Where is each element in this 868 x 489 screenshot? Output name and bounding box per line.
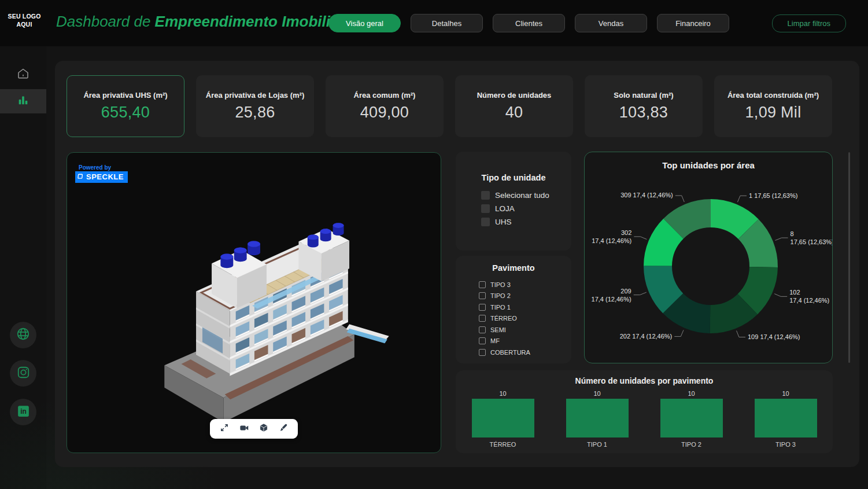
kpi-card-solo-natural[interactable]: Solo natural (m²) 103,83 bbox=[585, 75, 703, 137]
checkbox-icon bbox=[481, 218, 490, 226]
home-icon bbox=[16, 67, 30, 83]
speckle-badge[interactable]: Powered by SPECKLE bbox=[75, 164, 128, 183]
checkbox-tipo-2[interactable]: TIPO 2 bbox=[456, 291, 571, 302]
checkbox-uhs[interactable]: UHS bbox=[456, 215, 571, 229]
checkbox-icon bbox=[481, 204, 490, 213]
kpi-card-area-privativa-lojas[interactable]: Área privativa de Lojas (m²) 25,86 bbox=[196, 75, 314, 137]
water-tank-top bbox=[320, 229, 331, 234]
viewer-toolbar bbox=[210, 419, 298, 439]
chart-scrollbar[interactable] bbox=[848, 152, 850, 363]
tab-vendas[interactable]: Vendas bbox=[575, 14, 647, 32]
bar-category-label: TIPO 3 bbox=[775, 441, 796, 448]
donut-label-leader bbox=[675, 196, 685, 202]
donut-label-leader bbox=[674, 330, 684, 336]
dashboard-panel: Área privativa UHS (m²) 655,40 Área priv… bbox=[55, 61, 859, 467]
donut-label-leader bbox=[775, 238, 788, 240]
checkbox-icon bbox=[479, 326, 486, 333]
kpi-card-area-privativa-uhs[interactable]: Área privativa UHS (m²) 655,40 bbox=[67, 75, 184, 137]
checkbox-icon bbox=[479, 304, 486, 311]
checkbox-tipo-1[interactable]: TIPO 1 bbox=[456, 302, 571, 313]
bar-value-label: 10 bbox=[593, 390, 600, 397]
kpi-value: 40 bbox=[505, 104, 523, 122]
checkbox-loja[interactable]: LOJA bbox=[456, 202, 571, 215]
kpi-value: 103,83 bbox=[619, 104, 668, 122]
checkbox-mf[interactable]: MF bbox=[456, 336, 571, 347]
filter-title: Pavimento bbox=[456, 256, 571, 273]
tab-detalhes[interactable]: Detalhes bbox=[411, 14, 483, 32]
tab-visao-geral[interactable]: Visão geral bbox=[328, 14, 401, 32]
water-tank-top bbox=[248, 241, 260, 247]
checkbox-tipo-3[interactable]: TIPO 3 bbox=[456, 279, 571, 291]
donut-label-leader bbox=[774, 294, 787, 297]
camera-button[interactable] bbox=[238, 422, 250, 435]
checkbox-terreo[interactable]: TÉRREO bbox=[456, 313, 571, 325]
views-button[interactable] bbox=[257, 422, 270, 435]
bar-column-térreo: 10TÉRREO bbox=[456, 389, 550, 448]
checkbox-icon bbox=[479, 281, 486, 288]
page-title: Dashboard de Empreendimento Imobiliário bbox=[56, 13, 358, 31]
donut-label-8: 817,65 (12,63%) bbox=[791, 230, 832, 245]
powered-by-label: Powered by bbox=[79, 164, 128, 171]
bar-chart: 10TÉRREO10TIPO 110TIPO 210TIPO 3 bbox=[456, 389, 833, 448]
checkbox-label: TIPO 1 bbox=[490, 304, 511, 311]
kpi-label: Área privativa UHS (m²) bbox=[83, 91, 167, 100]
kpi-label: Número de unidades bbox=[477, 91, 552, 100]
bar-tipo-2[interactable] bbox=[660, 399, 723, 437]
kpi-label: Área total construída (m²) bbox=[727, 91, 819, 100]
bar-column-tipo-2: 10TIPO 2 bbox=[644, 389, 738, 448]
water-tank-top bbox=[234, 247, 247, 253]
linkedin-icon: in bbox=[16, 404, 31, 421]
checkbox-label: Selecionar tudo bbox=[495, 191, 549, 200]
checkbox-label: MF bbox=[490, 337, 500, 344]
donut-label-209: 20917,4 (12,46%) bbox=[592, 288, 631, 303]
kpi-card-area-total-construida[interactable]: Área total construída (m²) 1,09 Mil bbox=[714, 75, 832, 137]
checkbox-icon bbox=[481, 191, 490, 200]
top-bar: SEU LOGO AQUI Dashboard de Empreendiment… bbox=[0, 0, 868, 46]
instagram-icon bbox=[16, 365, 31, 382]
donut-label-leader bbox=[634, 292, 647, 295]
fullscreen-button[interactable] bbox=[218, 422, 231, 435]
appearance-button[interactable] bbox=[277, 422, 290, 435]
clear-filters-button[interactable]: Limpar filtros bbox=[772, 14, 846, 32]
kpi-card-area-comum[interactable]: Área comum (m²) 409,00 bbox=[326, 75, 444, 137]
kpi-label: Área privativa de Lojas (m²) bbox=[206, 91, 305, 100]
checkbox-label: LOJA bbox=[495, 204, 515, 213]
kpi-card-numero-unidades[interactable]: Número de unidades 40 bbox=[455, 75, 573, 137]
building-3d-model bbox=[67, 153, 441, 453]
filter-panel-pavimento: Pavimento TIPO 3 TIPO 2 TIPO 1 TÉRREO SE… bbox=[456, 256, 571, 363]
nav-tabs: Visão geral Detalhes Clientes Vendas Fin… bbox=[328, 14, 729, 32]
speckle-3d-viewer[interactable]: Powered by SPECKLE bbox=[67, 152, 441, 453]
tab-clientes[interactable]: Clientes bbox=[493, 14, 565, 32]
donut-label-202: 202 17,4 (12,46%) bbox=[620, 333, 673, 340]
page-title-prefix: Dashboard de bbox=[56, 13, 150, 30]
bar-tipo-3[interactable] bbox=[755, 399, 817, 437]
checkbox-icon bbox=[479, 292, 486, 299]
water-tank-top bbox=[308, 235, 319, 240]
bar-category-label: TIPO 1 bbox=[587, 441, 607, 448]
donut-label-leader bbox=[737, 330, 745, 337]
donut-label-309: 309 17,4 (12,46%) bbox=[620, 192, 673, 198]
sidebar-item-website[interactable] bbox=[10, 322, 36, 348]
checkbox-selecionar-tudo[interactable]: Selecionar tudo bbox=[456, 189, 571, 202]
video-camera-icon bbox=[239, 422, 250, 436]
kpi-value: 1,09 Mil bbox=[745, 104, 801, 122]
sidebar-item-dashboard[interactable] bbox=[0, 89, 46, 113]
checkbox-cobertura[interactable]: COBERTURA bbox=[456, 347, 571, 358]
checkbox-icon bbox=[479, 315, 486, 322]
bar-column-tipo-1: 10TIPO 1 bbox=[550, 389, 644, 448]
bar-value-label: 10 bbox=[688, 390, 695, 397]
brush-icon bbox=[278, 422, 289, 435]
page-title-main: Empreendimento Imobiliário bbox=[155, 13, 358, 30]
kpi-value: 655,40 bbox=[101, 104, 150, 122]
checkbox-semi[interactable]: SEMI bbox=[456, 324, 571, 336]
tab-financeiro[interactable]: Financeiro bbox=[657, 14, 729, 32]
sidebar-item-linkedin[interactable]: in bbox=[10, 399, 36, 425]
donut-label-1: 1 17,65 (12,63%) bbox=[749, 192, 797, 199]
bar-térreo[interactable] bbox=[472, 399, 534, 437]
sidebar-item-instagram[interactable] bbox=[10, 360, 36, 387]
sidebar-item-home[interactable] bbox=[0, 62, 46, 87]
donut-label-102: 10217,4 (12,46%) bbox=[789, 289, 829, 304]
checkbox-label: TÉRREO bbox=[490, 315, 517, 322]
bar-tipo-1[interactable] bbox=[566, 399, 629, 437]
bar-column-tipo-3: 10TIPO 3 bbox=[738, 389, 833, 448]
